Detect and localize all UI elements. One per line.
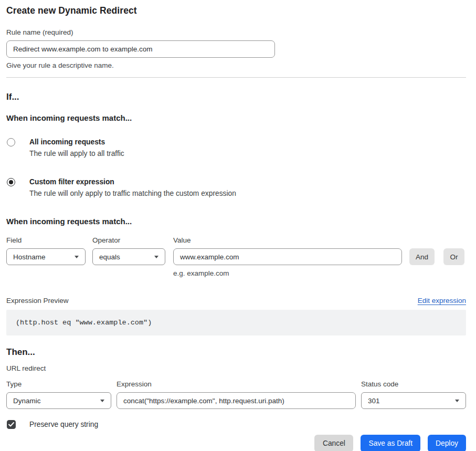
create-redirect-form: Create new Dynamic Redirect Rule name (r… <box>0 0 476 451</box>
value-input[interactable] <box>173 248 402 265</box>
builder-heading: When incoming requests match... <box>6 217 466 226</box>
expression-preview-label: Expression Preview <box>6 297 69 305</box>
check-icon <box>8 422 14 427</box>
field-column: Field Hostname <box>6 236 86 265</box>
rule-name-input[interactable] <box>6 40 275 58</box>
radio-description: The rule will only apply to traffic matc… <box>29 189 236 198</box>
field-select-value: Hostname <box>13 253 46 261</box>
type-select[interactable]: Dynamic <box>6 392 111 409</box>
preserve-query-label: Preserve query string <box>29 421 98 428</box>
type-column: Type Dynamic <box>6 380 111 409</box>
page-title: Create new Dynamic Redirect <box>6 5 466 16</box>
then-heading: Then... <box>6 347 466 358</box>
value-label: Value <box>173 236 402 245</box>
preserve-query-row[interactable]: Preserve query string <box>6 420 466 429</box>
and-button[interactable]: And <box>409 248 435 265</box>
status-code-label: Status code <box>361 380 466 389</box>
rule-name-label: Rule name (required) <box>6 28 466 37</box>
checkbox-icon[interactable] <box>7 420 16 429</box>
expression-preview-code: (http.host eq "www.example.com") <box>6 310 466 335</box>
field-select[interactable]: Hostname <box>6 248 86 265</box>
operator-select[interactable]: equals <box>92 248 165 265</box>
condition-builder-row: Field Hostname Operator equals Value e.g… <box>6 236 466 277</box>
if-heading: If... <box>6 92 466 102</box>
radio-text: Custom filter expression The rule will o… <box>29 177 236 198</box>
or-button[interactable]: Or <box>443 248 464 265</box>
chevron-down-icon <box>75 256 79 258</box>
radio-label: Custom filter expression <box>29 177 236 186</box>
section-divider <box>6 77 466 78</box>
radio-text: All incoming requests The rule will appl… <box>29 138 124 158</box>
cancel-button[interactable]: Cancel <box>314 435 353 451</box>
save-as-draft-button[interactable]: Save as Draft <box>361 435 420 451</box>
value-hint: e.g. example.com <box>173 269 402 277</box>
radio-description: The rule will apply to all traffic <box>29 149 124 158</box>
chevron-down-icon <box>154 256 158 258</box>
status-code-column: Status code 301 <box>361 380 466 409</box>
radio-button-icon[interactable] <box>7 138 15 146</box>
operator-select-value: equals <box>99 253 120 261</box>
type-label: Type <box>6 380 111 389</box>
expression-column: Expression <box>117 380 356 409</box>
type-select-value: Dynamic <box>13 397 41 405</box>
radio-button-icon[interactable] <box>7 178 15 186</box>
radio-option-custom-expression[interactable]: Custom filter expression The rule will o… <box>6 177 466 198</box>
url-redirect-label: URL redirect <box>6 364 466 372</box>
if-subheading: When incoming requests match... <box>6 113 466 122</box>
expression-label: Expression <box>117 380 356 389</box>
chevron-down-icon <box>455 400 459 402</box>
redirect-expression-input[interactable] <box>117 392 356 409</box>
deploy-button[interactable]: Deploy <box>428 435 466 451</box>
status-code-select-value: 301 <box>368 397 380 405</box>
rule-name-helper: Give your rule a descriptive name. <box>6 61 466 69</box>
radio-option-all-requests[interactable]: All incoming requests The rule will appl… <box>6 138 466 158</box>
value-column: Value e.g. example.com <box>173 236 402 277</box>
form-actions: Cancel Save as Draft Deploy <box>6 435 466 451</box>
status-code-select[interactable]: 301 <box>361 392 466 409</box>
chevron-down-icon <box>100 400 104 402</box>
operator-column: Operator equals <box>92 236 165 265</box>
expression-preview-header: Expression Preview Edit expression <box>6 297 466 305</box>
redirect-settings-row: Type Dynamic Expression Status code 301 <box>6 380 466 409</box>
radio-label: All incoming requests <box>29 138 124 146</box>
and-or-buttons: And Or <box>409 248 464 265</box>
edit-expression-link[interactable]: Edit expression <box>418 297 466 305</box>
field-label: Field <box>6 236 86 245</box>
operator-label: Operator <box>92 236 165 245</box>
